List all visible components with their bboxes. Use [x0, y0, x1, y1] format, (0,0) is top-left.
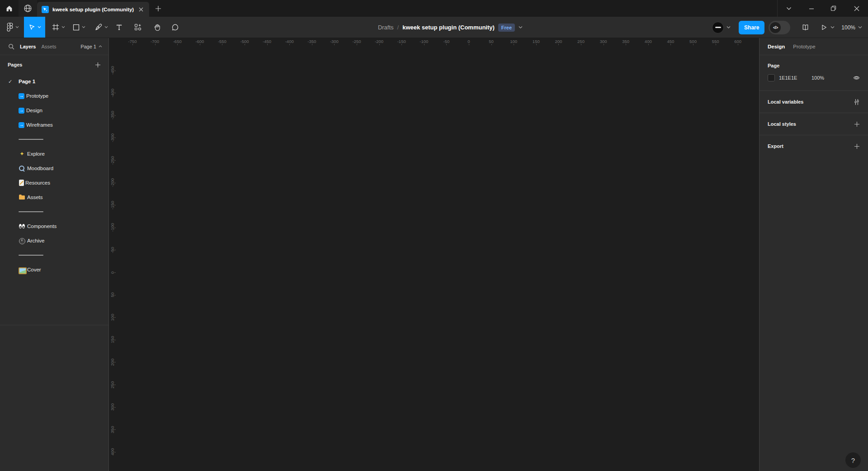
ruler-label: -350 [307, 39, 316, 44]
page-item-components[interactable]: Components [0, 219, 108, 233]
page-item-wireframes[interactable]: →Wireframes [0, 118, 108, 132]
chevron-down-icon[interactable] [519, 26, 523, 29]
ruler-tick [334, 44, 335, 45]
color-swatch[interactable] [768, 74, 775, 81]
page-divider-item[interactable] [0, 132, 108, 147]
user-avatar[interactable] [712, 22, 724, 33]
window-title-bar: kweek setup plugin (Community) [0, 0, 868, 17]
ruler-tick [177, 44, 178, 45]
restore-button[interactable] [822, 0, 844, 17]
breadcrumb-separator: / [397, 24, 399, 31]
divider-line [19, 211, 43, 212]
plus-icon[interactable] [854, 143, 860, 149]
present-play-icon[interactable] [821, 24, 827, 31]
close-tab-icon[interactable] [137, 6, 145, 13]
chevron-down-icon[interactable] [726, 26, 731, 29]
main-menu-button[interactable] [3, 17, 23, 38]
pages-list: ✓Page 1→Prototype→Design→Wireframes✦Expl… [0, 74, 108, 277]
tab-design[interactable]: Design [768, 44, 785, 49]
window-menu-button[interactable] [778, 0, 800, 17]
canvas[interactable] [109, 38, 759, 471]
toolbar-right: Share </> 100% [712, 17, 868, 38]
actions-icon [134, 24, 142, 31]
sliders-icon[interactable] [854, 99, 860, 105]
tab-layers[interactable]: Layers [20, 44, 36, 49]
ruler-label: -500 [240, 39, 249, 44]
comment-tool-button[interactable] [167, 17, 183, 38]
ruler-tick [114, 429, 116, 430]
visibility-eye-icon[interactable] [853, 75, 860, 81]
ruler-tick [357, 44, 357, 45]
actions-tool-button[interactable] [130, 17, 146, 38]
caret-up-icon [99, 45, 102, 48]
frame-tool-button[interactable] [48, 17, 69, 38]
color-hex-value[interactable]: 1E1E1E [779, 75, 811, 81]
ruler-label: 300 [600, 39, 607, 44]
ruler-label: 600 [734, 39, 741, 44]
text-icon [116, 24, 123, 31]
page-item-cover[interactable]: Cover [0, 262, 108, 277]
page-item-moodboard[interactable]: Moodboard [0, 161, 108, 176]
ruler-tick [114, 362, 116, 362]
help-button[interactable]: ? [845, 452, 861, 468]
page-item-page-1[interactable]: ✓Page 1 [0, 74, 108, 89]
page-item-resources[interactable]: Resources [0, 176, 108, 190]
page-selector[interactable]: Page 1 [80, 44, 102, 49]
ruler-tick [267, 44, 268, 45]
pages-section-header: Pages [0, 58, 108, 71]
zoom-level[interactable]: 100% [841, 24, 855, 31]
memo-icon [19, 180, 24, 186]
add-page-icon[interactable] [93, 60, 103, 70]
chevron-down-icon [82, 26, 85, 29]
move-tool-button[interactable] [24, 17, 45, 38]
tab-prototype[interactable]: Prototype [793, 44, 815, 49]
ruler-label: 400 [645, 39, 652, 44]
share-button[interactable]: Share [739, 21, 764, 34]
close-icon [854, 6, 859, 11]
page-item-prototype[interactable]: →Prototype [0, 89, 108, 103]
plus-icon[interactable] [854, 121, 860, 127]
section-label: Export [768, 143, 783, 149]
divider-line [19, 139, 43, 140]
ruler-tick [114, 340, 116, 340]
ruler-label: -150 [397, 39, 406, 44]
file-tab[interactable]: kweek setup plugin (Community) [37, 2, 149, 17]
tab-title: kweek setup plugin (Community) [52, 7, 134, 12]
hand-icon [153, 24, 161, 31]
hand-tool-button[interactable] [149, 17, 165, 38]
close-window-button[interactable] [845, 0, 868, 17]
pen-tool-button[interactable] [91, 17, 112, 38]
page-divider-item[interactable] [0, 205, 108, 219]
document-title[interactable]: kweek setup plugin (Community) [402, 24, 495, 31]
dev-mode-toggle[interactable]: </> [769, 21, 790, 34]
page-item-assets[interactable]: Assets [0, 190, 108, 205]
chevron-down-icon[interactable] [858, 26, 862, 29]
ruler-label: 550 [712, 39, 719, 44]
breadcrumb-drafts[interactable]: Drafts [378, 24, 394, 31]
section-export[interactable]: Export [760, 135, 868, 157]
shape-tool-button[interactable] [69, 17, 89, 38]
library-book-icon[interactable] [801, 24, 810, 31]
section-local-styles[interactable]: Local styles [760, 113, 868, 135]
ruler-tick [491, 44, 492, 45]
page-item-explore[interactable]: ✦Explore [0, 147, 108, 161]
section-label: Local styles [768, 121, 796, 127]
page-item-design[interactable]: →Design [0, 103, 108, 118]
tab-assets[interactable]: Assets [41, 44, 56, 49]
frame-icon [52, 24, 59, 31]
left-sidebar: Layers Assets Page 1 Pages ✓Page 1→Proto… [0, 38, 109, 471]
page-divider-item[interactable] [0, 248, 108, 262]
pages-title: Pages [8, 62, 22, 67]
minimize-button[interactable] [800, 0, 823, 17]
color-opacity-value[interactable]: 100% [811, 75, 824, 81]
search-icon[interactable] [8, 43, 14, 50]
community-button[interactable] [19, 0, 37, 17]
home-button[interactable] [0, 0, 19, 17]
ruler-tick [536, 44, 537, 45]
text-tool-button[interactable] [112, 17, 126, 38]
section-local-variables[interactable]: Local variables [760, 91, 868, 113]
chevron-down-icon[interactable] [830, 26, 835, 29]
new-tab-button[interactable] [149, 0, 167, 17]
ruler-tick [289, 44, 290, 45]
page-item-archive[interactable]: Archive [0, 233, 108, 248]
